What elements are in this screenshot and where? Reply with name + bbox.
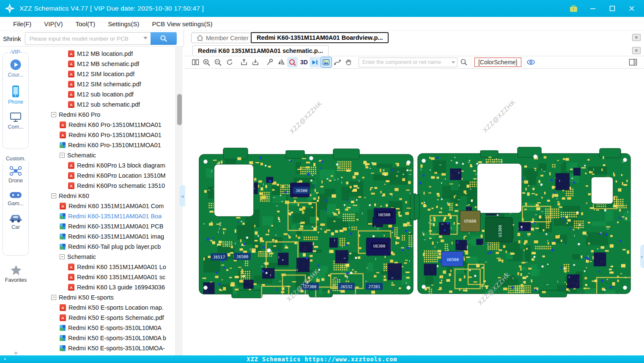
tree-item[interactable]: AM12 MB location.pdf xyxy=(32,49,175,59)
refresh-view-button[interactable] xyxy=(224,57,235,67)
tree-item[interactable]: AM12 SIM location.pdf xyxy=(32,69,175,79)
tree-item[interactable]: ARedmi K60Pro schematic 13510 xyxy=(32,181,175,191)
tree-item[interactable]: Redmi K60-1351M11AM0A01 imag xyxy=(32,231,175,242)
tree-scrollbar-thumb[interactable] xyxy=(177,94,182,125)
tree-item[interactable]: Redmi K60-1351M11AM0A01 PCB xyxy=(32,221,175,231)
tab-boardview[interactable]: Redmi K60-1351M11AM0A01 Boardview.p... xyxy=(251,32,389,43)
collapse-icon[interactable]: − xyxy=(51,295,56,300)
measure-curve-button[interactable] xyxy=(332,57,343,67)
tree-item[interactable]: ARedmi K50 E-sports Schematic.pdf xyxy=(32,313,175,323)
sidebar-item-computer[interactable]: Com... xyxy=(3,112,28,130)
close-tab-icon[interactable]: ✕ xyxy=(632,47,641,54)
tree-item[interactable]: −Schematic xyxy=(32,252,175,262)
collapse-icon[interactable]: − xyxy=(51,112,56,117)
red-lens-button[interactable] xyxy=(287,57,298,67)
top-layer-button[interactable] xyxy=(238,57,249,67)
tree-item[interactable]: ARedmi K60 L3 guide 169943036 xyxy=(32,282,175,292)
net-search-input[interactable] xyxy=(359,58,458,67)
tree-item[interactable]: ARedmi K60Pro L3 block diagram xyxy=(32,160,175,170)
tree-item[interactable]: AM12 sub location.pdf xyxy=(32,89,175,99)
svg-text:J6532: J6532 xyxy=(340,284,353,289)
layers-panel-button[interactable] xyxy=(629,58,637,66)
pcb-viewport[interactable]: J6500U6500U6300J6517J6500J7300J6532J7201… xyxy=(184,69,644,355)
tree-item-label: M12 SIM schematic.pdf xyxy=(77,81,141,88)
tree-item-label: Redmi K60Pro L3 block diagram xyxy=(77,162,165,169)
member-center-label: Member Center xyxy=(206,35,249,41)
zoom-out-button[interactable] xyxy=(213,57,223,67)
menu-vip[interactable]: VIP(V) xyxy=(38,17,69,30)
shrink-button[interactable]: Shrink xyxy=(0,35,24,42)
minimize-button[interactable] xyxy=(588,4,597,13)
tree-item[interactable]: ARedmi K50 E-sports Location map. xyxy=(32,302,175,313)
member-center-button[interactable]: Member Center xyxy=(191,33,254,43)
right-panel-handle[interactable]: ▸ xyxy=(640,245,644,268)
pdf-file-icon: A xyxy=(68,101,74,108)
close-tab-icon[interactable]: ✕ xyxy=(632,34,641,41)
tree-item[interactable]: Redmi K50 E-sports-3510L10M0A b xyxy=(32,333,175,343)
menu-pcb-view-settings[interactable]: PCB View settings(S) xyxy=(145,17,219,30)
tree-item[interactable]: Redmi K60-1351M11AM0A01 Boa xyxy=(32,211,175,221)
collapse-icon[interactable]: − xyxy=(60,254,65,259)
tree-item[interactable]: ARedmi K60 Pro-13510M11MOA01 xyxy=(32,120,175,130)
jump-view-button[interactable] xyxy=(310,57,320,67)
tree-item[interactable]: AM12 MB schematic.pdf xyxy=(32,59,175,69)
pcb-boardview[interactable]: J6500U6500U6300J6517J6500J7300J6532J7201… xyxy=(184,69,644,355)
tree-item[interactable]: ARedmi K60 1351M11AM0A01 Com xyxy=(32,201,175,211)
tree-item[interactable]: −Redmi K60 xyxy=(32,191,175,201)
visibility-button[interactable] xyxy=(526,58,535,66)
maximize-button[interactable] xyxy=(608,4,617,13)
sidebar-item-car[interactable]: Car xyxy=(3,214,28,230)
model-search-input[interactable] xyxy=(25,32,151,45)
tree-item[interactable]: ARedmi K60 1351M11AM0A01 sc xyxy=(32,272,175,282)
model-search-row: Shrink xyxy=(0,31,184,47)
tree-item[interactable]: ARedmi K60Pro Location 13510M xyxy=(32,170,175,181)
menu-tool[interactable]: Tool(T) xyxy=(69,17,102,30)
model-search-button[interactable] xyxy=(151,32,177,45)
quick-sidebar: -VIP- Cour... Phone xyxy=(0,47,32,355)
pcb-board[interactable] xyxy=(414,147,637,306)
probe-pin-button[interactable] xyxy=(264,57,275,67)
sidebar-item-favorites[interactable]: Favorites xyxy=(0,264,32,283)
close-button[interactable] xyxy=(627,4,636,13)
tree-item[interactable]: −Redmi K60 Pro xyxy=(32,110,175,120)
sparkle-icon: ✦ xyxy=(3,356,7,362)
tree-item[interactable]: ARedmi K60 Pro-13510M11MOA01 xyxy=(32,130,175,140)
mirror-flip-button[interactable] xyxy=(276,57,286,67)
tree-item[interactable]: Redmi K60 Pro-13510M11MOA01 xyxy=(32,140,175,150)
tree-item[interactable]: ARedmi K60 1351M11AM0A01 Lo xyxy=(32,262,175,272)
colorscheme-button[interactable]: [ColorScheme] xyxy=(474,58,521,67)
tree-item[interactable]: AM12 sub schematic.pdf xyxy=(32,99,175,110)
split-view-button[interactable] xyxy=(190,57,200,67)
tree-item[interactable]: AM12 SIM schematic.pdf xyxy=(32,79,175,89)
chevron-down-icon[interactable] xyxy=(452,61,455,63)
menu-file[interactable]: File(F) xyxy=(7,17,38,30)
license-icon[interactable] xyxy=(569,4,578,13)
collapse-icon[interactable]: − xyxy=(51,193,56,198)
tree-item[interactable]: −Schematic xyxy=(32,150,175,160)
pan-hand-button[interactable] xyxy=(344,57,354,67)
computer-icon xyxy=(10,112,22,123)
zoom-in-button[interactable] xyxy=(201,57,212,67)
tree-item[interactable]: Redmi K50 E-sports-3510L10MOA- xyxy=(32,343,175,353)
tree-item[interactable]: Redmi K60-Tail plug pcb layer.pcb xyxy=(32,242,175,252)
collapse-icon[interactable]: − xyxy=(60,153,65,158)
tree-item[interactable]: Redmi K50 E-sports-3510L10M0A xyxy=(32,323,175,333)
menu-settings[interactable]: Settings(S) xyxy=(101,17,145,30)
sidebar-item-game[interactable]: Gam... xyxy=(3,191,28,206)
sidebar-item-course[interactable]: Cour... xyxy=(3,59,28,78)
vip-group: -VIP- Cour... Phone xyxy=(3,52,29,149)
status-bar: ✦ XZZ Schematics https://www.xzztools.co… xyxy=(0,355,644,363)
tab-schematic[interactable]: Redmi K60 1351M11AM0A01 schematic.p... xyxy=(192,45,329,56)
tree-item[interactable]: −Redmi K50 E-sports xyxy=(32,292,175,302)
chevron-down-icon[interactable] xyxy=(143,37,148,39)
bottom-layer-button[interactable] xyxy=(250,57,260,67)
pdf-file-icon: A xyxy=(68,71,74,77)
sidebar-item-phone[interactable]: Phone xyxy=(3,85,28,105)
tree-item-label: Redmi K50 E-sports Location map. xyxy=(69,304,164,311)
tree-item-label: M12 SIM location.pdf xyxy=(77,71,134,77)
sidebar-item-drone[interactable]: Drone xyxy=(3,165,28,184)
net-search-button[interactable] xyxy=(460,58,468,66)
toggle-3d-button[interactable]: 3D xyxy=(299,59,310,66)
panel-collapse-handle[interactable]: ◂ xyxy=(179,185,185,206)
image-mode-button[interactable] xyxy=(321,57,332,67)
